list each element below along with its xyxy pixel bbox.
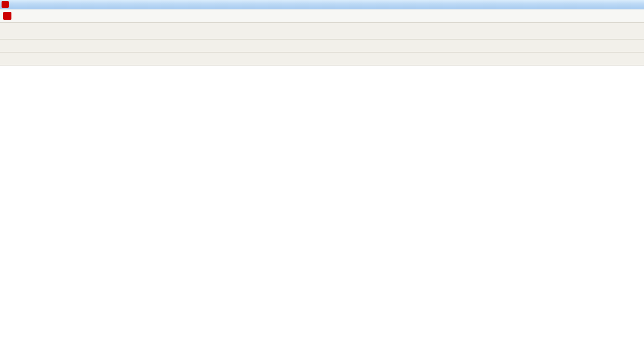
menu-logo-icon xyxy=(3,12,11,20)
app-logo-icon xyxy=(2,1,9,8)
icon-toolbar-row1 xyxy=(0,40,644,52)
app-window xyxy=(0,0,644,355)
menu-bar xyxy=(0,9,644,23)
kline-chart[interactable] xyxy=(0,65,644,355)
main-toolbar xyxy=(0,23,644,40)
title-bar xyxy=(0,0,644,9)
drawing-toolbar xyxy=(0,52,644,65)
